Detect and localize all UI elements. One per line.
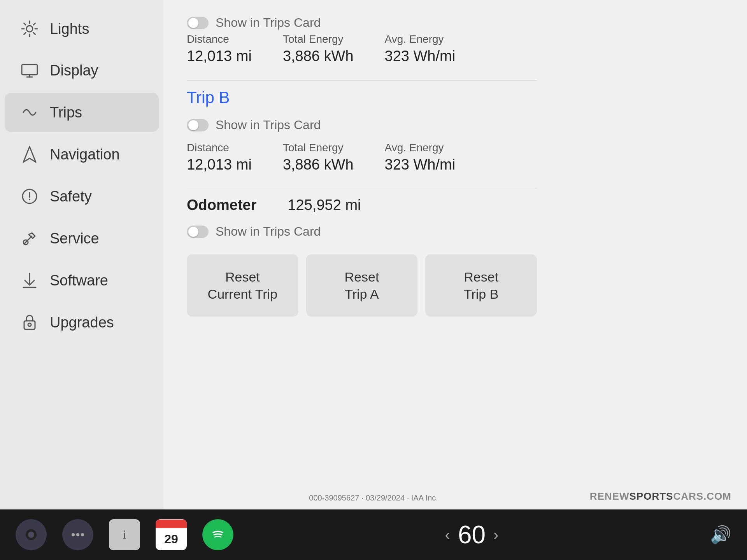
trip-a-show-label: Show in Trips Card	[216, 16, 321, 30]
svg-line-6	[33, 33, 35, 35]
odometer-show-toggle[interactable]	[187, 226, 209, 238]
calendar-date: 29	[156, 528, 187, 550]
svg-point-26	[209, 526, 226, 543]
volume-control[interactable]: 🔊	[710, 525, 731, 545]
sidebar-item-upgrades[interactable]: Upgrades	[5, 303, 159, 342]
svg-point-24	[81, 533, 84, 536]
trip-b-title: Trip B	[187, 88, 537, 107]
sidebar: Lights Display Trips	[0, 0, 163, 509]
svg-line-5	[24, 23, 26, 25]
divider-2	[187, 189, 537, 189]
trip-a-distance: Distance 12,013 mi	[187, 33, 252, 65]
trip-b-total-energy-label: Total Energy	[283, 142, 354, 154]
sidebar-item-lights-label: Lights	[50, 21, 89, 37]
display-icon	[20, 64, 39, 78]
sidebar-item-software[interactable]: Software	[5, 261, 159, 300]
navigation-icon	[20, 146, 39, 163]
home-button[interactable]	[16, 519, 47, 550]
speed-value: 60	[458, 520, 486, 549]
more-menu-button[interactable]	[62, 519, 93, 550]
trip-a-show-toggle[interactable]	[187, 17, 209, 29]
svg-line-7	[33, 23, 35, 25]
trip-b-avg-energy: Avg. Energy 323 Wh/mi	[385, 142, 456, 173]
svg-point-22	[72, 533, 75, 536]
sidebar-item-display[interactable]: Display	[5, 51, 159, 90]
svg-point-0	[26, 26, 33, 32]
watermark-bottom-text: 000-39095627 · 03/29/2024 · IAA Inc.	[309, 494, 438, 502]
spotify-icon	[209, 525, 227, 544]
svg-point-23	[76, 533, 79, 536]
trip-a-distance-value: 12,013 mi	[187, 48, 252, 65]
sidebar-item-safety[interactable]: Safety	[5, 177, 159, 216]
odometer-show-label: Show in Trips Card	[216, 224, 321, 239]
trip-b-total-energy: Total Energy 3,886 kWh	[283, 142, 354, 173]
svg-point-15	[29, 199, 30, 200]
trip-b-show-toggle-row: Show in Trips Card	[187, 118, 537, 132]
sidebar-item-trips[interactable]: Trips	[5, 93, 159, 132]
watermark-cars: CARS.COM	[673, 490, 731, 502]
taskbar: i 29 ‹ 60 › 🔊	[0, 509, 747, 560]
svg-point-19	[28, 323, 31, 326]
spotify-button[interactable]	[202, 519, 233, 550]
trip-b-avg-energy-value: 323 Wh/mi	[385, 156, 456, 173]
svg-marker-12	[23, 147, 36, 162]
trip-b-distance-value: 12,013 mi	[187, 156, 252, 173]
svg-point-21	[28, 532, 34, 538]
trip-a-show-toggle-row: Show in Trips Card	[187, 16, 537, 30]
trip-b-stats: Distance 12,013 mi Total Energy 3,886 kW…	[187, 142, 537, 173]
sidebar-item-upgrades-label: Upgrades	[50, 314, 114, 331]
reset-trip-a-button[interactable]: ResetTrip A	[306, 254, 418, 317]
trip-a-avg-energy-label: Avg. Energy	[385, 33, 456, 46]
sidebar-item-lights[interactable]: Lights	[5, 9, 159, 48]
trips-icon	[20, 104, 39, 121]
upgrades-icon	[20, 314, 39, 331]
info-button[interactable]: i	[109, 519, 140, 550]
watermark-renew: RENEW	[590, 490, 630, 502]
trip-b-avg-energy-label: Avg. Energy	[385, 142, 456, 154]
trip-b-show-label: Show in Trips Card	[216, 118, 321, 132]
sidebar-item-software-label: Software	[50, 272, 108, 289]
svg-text:i: i	[123, 527, 126, 541]
trip-b-distance-label: Distance	[187, 142, 252, 154]
speed-decrease-button[interactable]: ‹	[445, 526, 450, 544]
odometer-row: Odometer 125,952 mi	[187, 197, 537, 214]
trip-a-stats: Distance 12,013 mi Total Energy 3,886 kW…	[187, 33, 537, 65]
content-area: Show in Trips Card Distance 12,013 mi To…	[163, 0, 747, 509]
divider-1	[187, 80, 537, 80]
odometer-value: 125,952 mi	[288, 197, 361, 214]
sidebar-item-navigation[interactable]: Navigation	[5, 135, 159, 174]
trip-b-show-toggle[interactable]	[187, 119, 209, 131]
sidebar-item-navigation-label: Navigation	[50, 146, 120, 163]
odometer-label: Odometer	[187, 197, 256, 214]
svg-rect-18	[24, 321, 35, 329]
trip-b-total-energy-value: 3,886 kWh	[283, 156, 354, 173]
reset-trip-b-button[interactable]: ResetTrip B	[425, 254, 537, 317]
trip-a-total-energy: Total Energy 3,886 kWh	[283, 33, 354, 65]
sidebar-item-safety-label: Safety	[50, 188, 92, 205]
trip-a-distance-label: Distance	[187, 33, 252, 46]
speed-increase-button[interactable]: ›	[493, 526, 498, 544]
sidebar-item-trips-label: Trips	[50, 104, 82, 121]
lights-icon	[20, 20, 39, 37]
reset-current-trip-button[interactable]: ResetCurrent Trip	[187, 254, 298, 317]
sidebar-item-display-label: Display	[50, 62, 98, 79]
watermark: RENEWSPORTSCARS.COM	[590, 490, 731, 502]
trip-a-avg-energy: Avg. Energy 323 Wh/mi	[385, 33, 456, 65]
software-icon	[20, 272, 39, 289]
speed-display: ‹ 60 ›	[445, 520, 499, 549]
trip-b-distance: Distance 12,013 mi	[187, 142, 252, 173]
safety-icon	[20, 188, 39, 205]
odometer-show-toggle-row: Show in Trips Card	[187, 224, 537, 239]
trip-a-total-energy-value: 3,886 kWh	[283, 48, 354, 65]
reset-buttons-group: ResetCurrent Trip ResetTrip A ResetTrip …	[187, 254, 537, 317]
sidebar-item-service[interactable]: Service	[5, 219, 159, 258]
service-icon	[20, 230, 39, 247]
calendar-button[interactable]: 29	[156, 519, 187, 550]
svg-rect-9	[22, 65, 37, 75]
sidebar-item-service-label: Service	[50, 230, 99, 247]
watermark-sports: SPORTS	[630, 490, 673, 502]
calendar-header	[156, 520, 187, 528]
svg-line-8	[24, 33, 26, 35]
trip-a-avg-energy-value: 323 Wh/mi	[385, 48, 456, 65]
trip-a-total-energy-label: Total Energy	[283, 33, 354, 46]
